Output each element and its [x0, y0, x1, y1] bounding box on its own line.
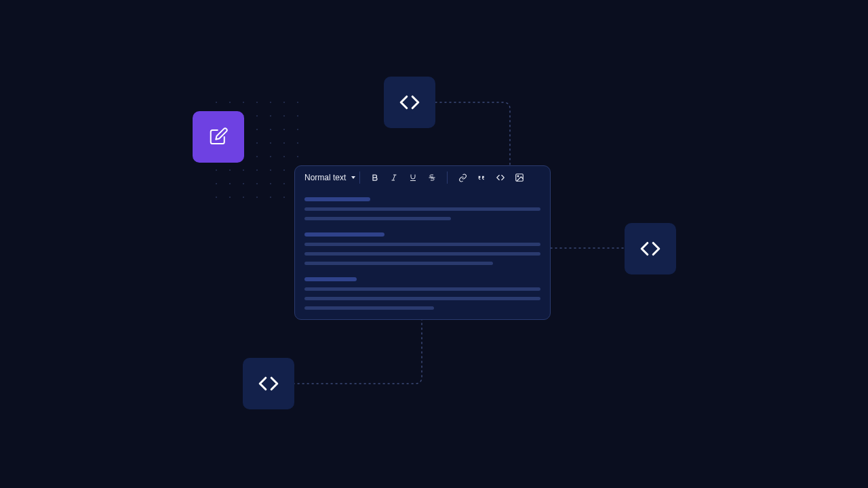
code-node-right [625, 223, 676, 274]
toolbar-divider [447, 171, 448, 184]
underline-icon [409, 174, 417, 182]
text-style-select[interactable]: Normal text [302, 173, 358, 182]
insert-group [449, 172, 533, 183]
svg-point-6 [517, 176, 519, 177]
code-button[interactable] [495, 172, 506, 183]
content-skeleton [304, 243, 540, 246]
format-group [361, 172, 446, 183]
content-skeleton [304, 197, 370, 201]
content-skeleton [304, 207, 540, 211]
bold-icon [371, 174, 379, 182]
content-skeleton [304, 252, 540, 256]
code-icon [639, 237, 662, 260]
quote-icon [477, 174, 486, 182]
svg-line-2 [393, 175, 395, 180]
code-node-bottom [243, 358, 294, 409]
connector-bottom [293, 319, 429, 386]
chevron-down-icon [351, 176, 355, 179]
link-icon [458, 174, 467, 182]
compose-node [193, 111, 244, 163]
strike-button[interactable] [427, 172, 437, 183]
code-node-top [384, 77, 435, 128]
underline-button[interactable] [408, 172, 418, 183]
code-icon [398, 91, 421, 114]
italic-icon [390, 174, 398, 182]
code-icon [257, 372, 280, 395]
content-skeleton [304, 217, 451, 220]
connector-right [551, 243, 629, 256]
content-skeleton [304, 277, 357, 281]
content-skeleton [304, 262, 493, 265]
content-skeleton [304, 297, 540, 300]
content-skeleton [304, 306, 434, 310]
connector-top [435, 102, 517, 169]
quote-button[interactable] [476, 172, 487, 183]
bold-button[interactable] [370, 172, 380, 183]
strike-icon [428, 174, 436, 182]
image-button[interactable] [514, 172, 525, 183]
editor-toolbar: Normal text [295, 166, 550, 189]
editor-content[interactable] [295, 189, 550, 320]
toolbar-divider [359, 171, 360, 184]
compose-icon [208, 127, 229, 147]
editor-panel: Normal text [294, 165, 551, 320]
content-skeleton [304, 287, 540, 291]
italic-button[interactable] [389, 172, 399, 183]
text-style-label: Normal text [304, 173, 346, 182]
code-icon [496, 173, 505, 182]
link-button[interactable] [457, 172, 468, 183]
image-icon [515, 173, 524, 182]
content-skeleton [304, 232, 384, 237]
